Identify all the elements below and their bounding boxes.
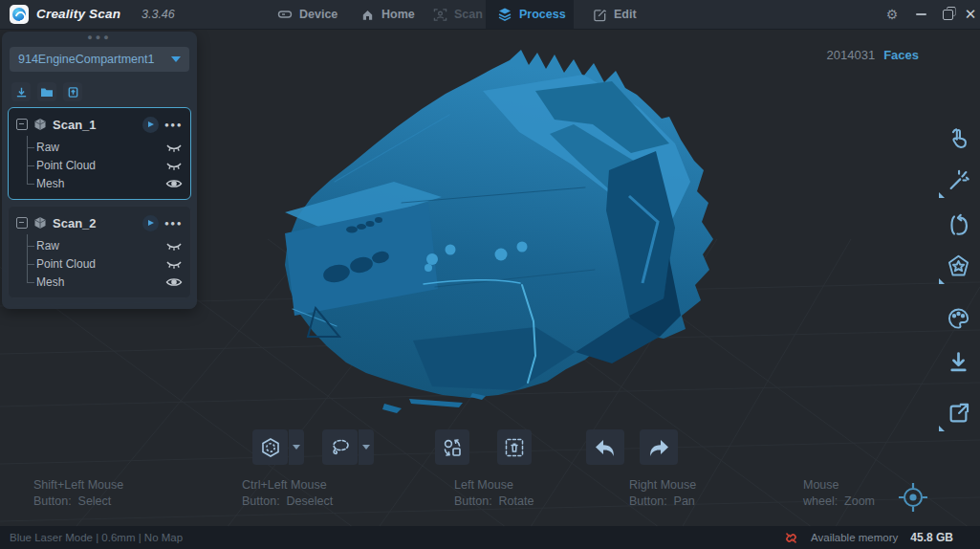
folder-icon: [40, 86, 54, 99]
undo-button[interactable]: [586, 429, 624, 465]
settings-button[interactable]: ⚙: [880, 0, 904, 29]
mesh-cube-icon: [33, 216, 47, 230]
hex-select-dropdown[interactable]: [289, 429, 304, 465]
app-version: 3.3.46: [142, 8, 175, 21]
lasso-select-dropdown[interactable]: [359, 429, 374, 465]
edit-icon: [593, 8, 607, 22]
visibility-closed-eye-icon[interactable]: [165, 257, 183, 271]
process-icon: [497, 7, 512, 22]
tab-device[interactable]: Device: [266, 0, 349, 29]
crosshair-target-icon: [895, 479, 931, 516]
export-project-button[interactable]: [63, 82, 82, 101]
lasso-select-button[interactable]: [322, 429, 358, 465]
one-tap-optimize-tool[interactable]: [946, 167, 971, 193]
mesh-flip-tool[interactable]: [946, 212, 971, 238]
mesh-cube-icon: [33, 118, 47, 131]
lasso-select-icon: [330, 437, 351, 458]
delete-selection-button[interactable]: [497, 429, 532, 465]
hint-wheel-zoom: Mousewheel: Zoom: [803, 477, 875, 510]
project-dropdown[interactable]: 914EngineCompartment1: [10, 47, 189, 72]
chevron-down-icon: [293, 445, 300, 450]
play-icon: [148, 220, 154, 226]
project-name: 914EngineCompartment1: [18, 53, 171, 66]
tab-process[interactable]: Process: [486, 0, 574, 29]
flyout-indicator: [939, 192, 945, 198]
scan-icon: [433, 8, 447, 22]
mesh-flip-icon: [946, 212, 971, 238]
scan-card-1[interactable]: Scan_1 ●●● Raw Point Cloud Mesh: [8, 107, 191, 200]
hex-select-icon: [260, 437, 281, 458]
recenter-view-button[interactable]: [895, 479, 931, 516]
redo-button[interactable]: [640, 429, 678, 465]
close-button[interactable]: ✕: [958, 0, 980, 29]
texture-tool[interactable]: [946, 305, 971, 331]
open-folder-button[interactable]: [37, 82, 56, 101]
visibility-closed-eye-icon[interactable]: [165, 159, 183, 172]
tree-item-mesh[interactable]: Mesh: [27, 174, 183, 192]
play-button[interactable]: [142, 117, 159, 133]
more-menu-button[interactable]: ●●●: [164, 121, 183, 129]
tab-scan: Scan: [422, 0, 494, 29]
tree-item-raw[interactable]: Raw: [27, 138, 183, 156]
tab-scan-label: Scan: [454, 8, 483, 21]
close-icon: ✕: [965, 6, 977, 23]
tree-item-pointcloud[interactable]: Point Cloud: [27, 156, 183, 174]
export-icon: [67, 86, 79, 99]
gear-icon: ⚙: [886, 7, 899, 22]
faces-counter: 2014031Faces: [827, 48, 920, 62]
tab-edit[interactable]: Edit: [581, 0, 648, 29]
titlebar: Creality Scan 3.3.46 Device Home Scan Pr…: [0, 0, 980, 30]
hex-select-button[interactable]: [252, 429, 288, 465]
memory-label: Available memory: [811, 532, 898, 543]
magic-wand-icon: [946, 167, 971, 193]
hand-select-tool[interactable]: [946, 126, 971, 152]
redo-icon: [646, 436, 671, 459]
export-model-tool[interactable]: [946, 349, 971, 375]
collapse-icon[interactable]: [16, 217, 28, 229]
tab-home-label: Home: [381, 8, 415, 21]
home-icon: [360, 8, 375, 22]
hint-right-pan: Right MouseButton: Pan: [629, 477, 696, 510]
tree-item-pointcloud[interactable]: Point Cloud: [27, 254, 183, 273]
tab-home[interactable]: Home: [349, 0, 426, 29]
faces-count: 2014031: [827, 48, 876, 62]
scan-name: Scan_1: [53, 118, 137, 132]
feature-star-tool[interactable]: [946, 253, 971, 279]
restore-icon: [943, 10, 953, 20]
panel-drag-handle[interactable]: ●●●: [2, 32, 197, 43]
play-icon: [148, 121, 154, 127]
hint-shift-select: Shift+Left MouseButton: Select: [33, 477, 123, 510]
palette-icon: [946, 305, 971, 331]
tree-item-raw[interactable]: Raw: [27, 236, 183, 254]
device-icon: [277, 7, 293, 22]
visibility-open-eye-icon[interactable]: [165, 177, 183, 190]
tab-process-label: Process: [519, 8, 566, 21]
visibility-closed-eye-icon[interactable]: [165, 239, 183, 253]
visibility-open-eye-icon[interactable]: [165, 275, 183, 289]
minimize-icon: [916, 13, 926, 15]
visibility-closed-eye-icon[interactable]: [165, 141, 183, 154]
download-icon: [946, 349, 971, 375]
invert-selection-button[interactable]: [435, 429, 469, 465]
scan-mode-info: Blue Laser Mode | 0.6mm | No Map: [10, 532, 183, 543]
play-button[interactable]: [142, 215, 159, 231]
flyout-indicator: [939, 426, 945, 431]
undo-icon: [593, 436, 618, 459]
minimize-button[interactable]: [908, 0, 933, 29]
statusbar: Blue Laser Mode | 0.6mm | No Map Availab…: [0, 526, 980, 549]
memory-value: 45.8 GB: [910, 531, 953, 544]
faces-label: Faces: [883, 48, 919, 62]
restore-button[interactable]: [935, 0, 960, 29]
hint-left-rotate: Left MouseButton: Rotate: [454, 477, 534, 510]
star-badge-icon: [946, 253, 971, 279]
broken-link-icon: [784, 531, 798, 545]
import-project-button[interactable]: [11, 82, 31, 101]
share-tool[interactable]: [946, 401, 971, 427]
scan-card-2[interactable]: Scan_2 ●●● Raw Point Cloud Mesh: [8, 206, 191, 298]
import-icon: [15, 86, 28, 99]
invert-selection-icon: [442, 437, 463, 458]
hand-select-icon: [946, 126, 971, 152]
collapse-icon[interactable]: [16, 119, 28, 130]
tree-item-mesh[interactable]: Mesh: [27, 273, 183, 291]
more-menu-button[interactable]: ●●●: [164, 219, 183, 228]
